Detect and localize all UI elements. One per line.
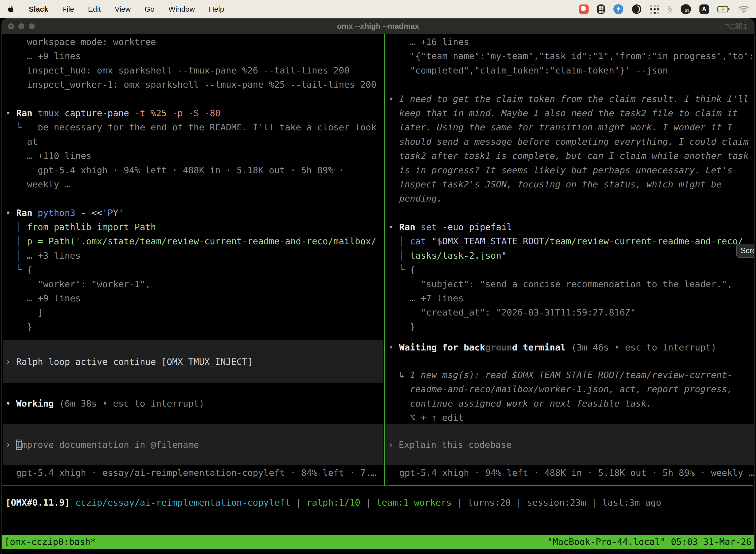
- battery-icon[interactable]: ⚡: [717, 4, 730, 15]
- right-prompt-input[interactable]: › Explain this codebase: [385, 424, 755, 465]
- menu-item-edit[interactable]: Edit: [88, 5, 101, 13]
- terminal-window: omx --xhigh --madmax ⌥⌘1 workspace_mode:…: [1, 18, 755, 554]
- minimize-button[interactable]: [18, 23, 24, 29]
- macos-menu-bar: Slack File Edit View Go Window Help: [0, 0, 756, 18]
- left-working-status: • Working (6m 38s • esc to interrupt): [5, 396, 204, 410]
- right-mailbox-messages: ↳ 1 new msg(s): read $OMX_TEAM_STATE_ROO…: [388, 368, 755, 425]
- chat-app-icon[interactable]: [579, 4, 588, 15]
- menu-item-file[interactable]: File: [62, 5, 74, 13]
- tmux-host-clock: "MacBook-Pro-44.local" 05:03 31-Mar-26: [547, 537, 752, 547]
- shield-grid-icon[interactable]: [597, 4, 605, 15]
- right-waiting-status: • Waiting for background terminal (3m 46…: [388, 340, 716, 354]
- badge-bolt-icon[interactable]: [613, 4, 623, 15]
- left-pane-scrollback: workspace_mode: worktree … +9 lines insp…: [5, 35, 383, 334]
- pane-divider[interactable]: [384, 34, 385, 486]
- zoom-button[interactable]: [29, 23, 35, 29]
- omx-hud-statusline: [OMX#0.11.9] cczip/essay/ai-reimplementa…: [5, 497, 661, 508]
- left-model-statusline: gpt-5.4 xhigh · essay/ai-reimplementatio…: [5, 466, 377, 480]
- menu-app-name[interactable]: Slack: [29, 5, 48, 13]
- traffic-lights: [8, 23, 35, 29]
- inactive-pane-border: [389, 486, 753, 486]
- menu-item-help[interactable]: Help: [209, 5, 224, 13]
- close-button[interactable]: [8, 23, 14, 29]
- active-pane-border: [2, 486, 389, 486]
- screen: Slack File Edit View Go Window Help: [0, 0, 756, 554]
- dots-grid-icon[interactable]: [650, 4, 659, 15]
- menu-item-go[interactable]: Go: [145, 5, 154, 13]
- menu-item-view[interactable]: View: [115, 5, 130, 13]
- right-pane-scrollback: … +16 lines '{"team_name":"my-team","tas…: [387, 35, 755, 334]
- apple-menu-icon[interactable]: [7, 4, 15, 15]
- squiggle-icon[interactable]: §: [668, 4, 672, 15]
- tmux-session-label[interactable]: [omx-cczip0:bash*: [4, 537, 96, 547]
- input-source-icon[interactable]: A: [699, 4, 709, 15]
- menu-left: Slack File Edit View Go Window Help: [7, 4, 224, 15]
- menu-item-window[interactable]: Window: [169, 5, 195, 13]
- left-prompt-input[interactable]: › Improve documentation in @filename: [3, 424, 383, 465]
- ralph-loop-banner: › Ralph loop active continue [OMX_TMUX_I…: [3, 340, 383, 383]
- window-titlebar[interactable]: omx --xhigh --madmax ⌥⌘1: [2, 19, 754, 34]
- count-badge-icon[interactable]: ..61: [681, 4, 691, 15]
- screenshot-tooltip: Scre: [736, 244, 755, 258]
- window-title: omx --xhigh --madmax: [337, 22, 419, 31]
- crescent-circle-icon[interactable]: [632, 4, 642, 15]
- right-model-statusline: gpt-5.4 xhigh · 94% left · 488K in · 5.1…: [388, 466, 754, 480]
- window-shortcut-hint: ⌥⌘1: [725, 21, 748, 31]
- menu-status-icons: § ..61 A ⚡: [579, 4, 749, 15]
- wifi-icon[interactable]: [739, 4, 749, 15]
- tmux-status-bar: [omx-cczip0:bash* "MacBook-Pro-44.local"…: [2, 535, 754, 549]
